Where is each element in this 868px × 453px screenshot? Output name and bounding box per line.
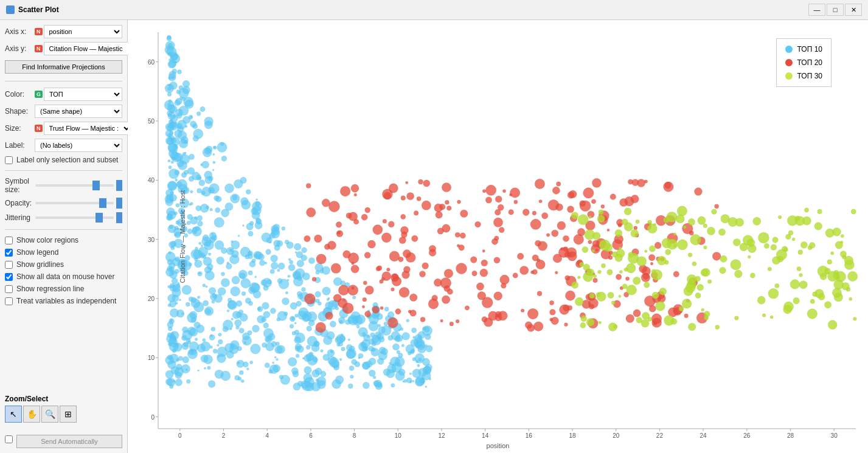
select-tool-button[interactable]: ⊞ bbox=[60, 406, 77, 423]
label-selection-text: Label only selection and subset bbox=[16, 156, 118, 164]
size-select[interactable]: Trust Flow — Majestic : bbox=[44, 122, 132, 135]
treat-variables-text: Treat variables as independent bbox=[16, 297, 116, 305]
send-auto-checkbox[interactable] bbox=[5, 435, 13, 443]
chart-wrapper: ТОП 10 ТОП 20 ТОП 30 Citation Flow — Maj… bbox=[128, 20, 868, 453]
show-gridlines-row: Show gridlines bbox=[5, 260, 122, 269]
show-regression-text: Show regression line bbox=[16, 285, 84, 293]
show-color-regions-text: Show color regions bbox=[16, 236, 78, 244]
show-all-data-row: Show all data on mouse hover bbox=[5, 272, 122, 281]
label-row: Label: (No labels) bbox=[5, 139, 122, 152]
pointer-tool-button[interactable]: ↖ bbox=[5, 406, 22, 423]
show-gridlines-text: Show gridlines bbox=[16, 260, 64, 269]
app-window: Scatter Plot — □ ✕ Axis x: N position bbox=[0, 0, 868, 453]
title-bar-left: Scatter Plot bbox=[6, 5, 59, 14]
minimize-button[interactable]: — bbox=[808, 4, 825, 16]
chart-area: ТОП 10 ТОП 20 ТОП 30 Citation Flow — Maj… bbox=[128, 20, 868, 453]
opacity-row: Opacity: bbox=[5, 198, 122, 209]
label-label: Label: bbox=[5, 141, 32, 150]
legend-item-top30: ТОП 30 bbox=[785, 72, 822, 80]
show-color-regions-row: Show color regions bbox=[5, 236, 122, 244]
show-all-data-text: Show all data on mouse hover bbox=[16, 272, 114, 281]
jittering-label: Jittering bbox=[5, 213, 33, 222]
y-axis-label: Citation Flow — Majestic : Host bbox=[179, 190, 186, 283]
zoom-section: Zoom/Select ↖ ✋ 🔍 ⊞ bbox=[5, 395, 122, 423]
legend-label-top30: ТОП 30 bbox=[797, 72, 822, 80]
jittering-row: Jittering bbox=[5, 212, 122, 223]
divider-2 bbox=[5, 170, 122, 171]
symbol-size-label: Symbol size: bbox=[5, 177, 33, 194]
show-all-data-checkbox[interactable] bbox=[5, 273, 13, 281]
opacity-slider[interactable] bbox=[35, 202, 114, 204]
show-regression-checkbox[interactable] bbox=[5, 285, 13, 293]
color-row: Color: G ТОП bbox=[5, 88, 122, 101]
symbol-size-row: Symbol size: bbox=[5, 177, 122, 194]
axis-y-select-wrapper: N Citation Flow — Majestic bbox=[35, 42, 136, 55]
jittering-slider[interactable] bbox=[35, 216, 114, 219]
color-badge: G bbox=[35, 91, 43, 98]
send-automatically-button[interactable]: Send Automatically bbox=[16, 435, 122, 448]
scatter-canvas[interactable] bbox=[128, 20, 868, 453]
axis-y-badge: N bbox=[35, 45, 43, 52]
size-row: Size: N Trust Flow — Majestic : bbox=[5, 122, 122, 135]
shape-select[interactable]: (Same shape) bbox=[35, 105, 122, 118]
divider-3 bbox=[5, 229, 122, 230]
find-projections-button[interactable]: Find Informative Projections bbox=[5, 60, 122, 74]
symbol-size-handle bbox=[116, 180, 122, 191]
show-gridlines-checkbox[interactable] bbox=[5, 261, 13, 269]
maximize-button[interactable]: □ bbox=[827, 4, 844, 16]
legend-box: ТОП 10 ТОП 20 ТОП 30 bbox=[776, 38, 832, 87]
axis-y-row: Axis y: N Citation Flow — Majestic bbox=[5, 42, 122, 55]
left-panel: Axis x: N position Axis y: N Citation Fl… bbox=[0, 20, 128, 453]
color-label: Color: bbox=[5, 90, 32, 99]
show-color-regions-checkbox[interactable] bbox=[5, 237, 13, 244]
axis-x-select[interactable]: position bbox=[44, 25, 123, 38]
pan-tool-button[interactable]: ✋ bbox=[23, 406, 40, 423]
title-bar: Scatter Plot — □ ✕ bbox=[0, 0, 868, 20]
legend-label-top10: ТОП 10 bbox=[797, 45, 822, 54]
title-bar-controls: — □ ✕ bbox=[808, 4, 862, 16]
opacity-label: Opacity: bbox=[5, 199, 33, 207]
opacity-handle bbox=[116, 198, 122, 209]
show-regression-row: Show regression line bbox=[5, 285, 122, 293]
color-select-wrapper: G ТОП bbox=[35, 88, 122, 101]
treat-variables-checkbox[interactable] bbox=[5, 297, 13, 305]
legend-label-top20: ТОП 20 bbox=[797, 58, 822, 67]
axis-y-select[interactable]: Citation Flow — Majestic bbox=[44, 42, 136, 55]
size-label: Size: bbox=[5, 124, 32, 133]
zoom-tools: ↖ ✋ 🔍 ⊞ bbox=[5, 406, 122, 423]
symbol-size-slider[interactable] bbox=[35, 184, 114, 187]
zoom-label: Zoom/Select bbox=[5, 395, 122, 403]
size-badge: N bbox=[35, 125, 43, 132]
axis-x-select-wrapper: N position bbox=[35, 25, 122, 38]
scatter-plot-icon bbox=[6, 5, 15, 14]
window-title: Scatter Plot bbox=[18, 5, 59, 14]
legend-dot-top20 bbox=[785, 59, 793, 66]
legend-dot-top10 bbox=[785, 46, 793, 53]
shape-label: Shape: bbox=[5, 107, 32, 116]
axis-x-label: Axis x: bbox=[5, 27, 32, 36]
axis-x-badge: N bbox=[35, 28, 43, 35]
shape-row: Shape: (Same shape) bbox=[5, 105, 122, 118]
show-legend-checkbox[interactable] bbox=[5, 249, 13, 257]
divider-1 bbox=[5, 81, 122, 81]
treat-variables-row: Treat variables as independent bbox=[5, 297, 122, 305]
label-selection-row: Label only selection and subset bbox=[5, 156, 122, 164]
jittering-handle bbox=[116, 212, 122, 223]
axis-y-label: Axis y: bbox=[5, 44, 32, 53]
legend-dot-top30 bbox=[785, 72, 793, 80]
x-axis-label: position bbox=[487, 442, 510, 449]
size-select-wrapper: N Trust Flow — Majestic : bbox=[35, 122, 132, 135]
axis-x-row: Axis x: N position bbox=[5, 25, 122, 38]
show-legend-row: Show legend bbox=[5, 248, 122, 257]
close-button[interactable]: ✕ bbox=[845, 4, 862, 16]
label-select[interactable]: (No labels) bbox=[35, 139, 122, 152]
main-content: Axis x: N position Axis y: N Citation Fl… bbox=[0, 20, 868, 453]
color-select[interactable]: ТОП bbox=[44, 88, 122, 101]
show-legend-text: Show legend bbox=[16, 248, 58, 257]
label-selection-checkbox[interactable] bbox=[5, 156, 13, 164]
zoom-tool-button[interactable]: 🔍 bbox=[41, 406, 58, 423]
legend-item-top10: ТОП 10 bbox=[785, 45, 822, 54]
legend-item-top20: ТОП 20 bbox=[785, 58, 822, 67]
